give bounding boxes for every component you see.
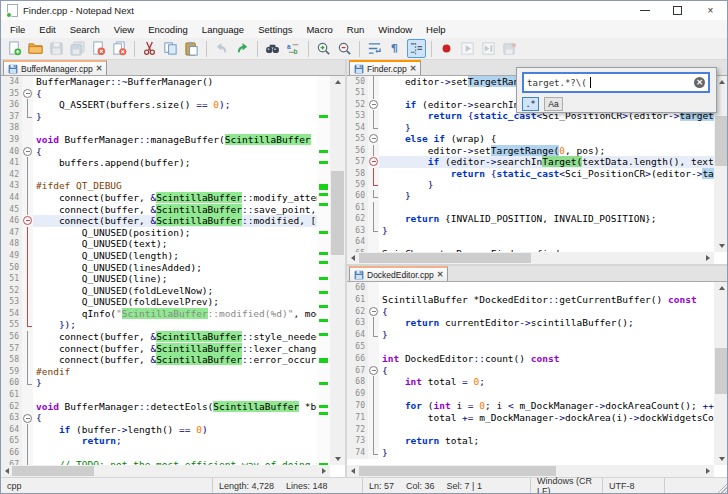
- code-line-52[interactable]: 52 Q_UNUSED(foldLevelNow);: [1, 285, 317, 297]
- code-editor-dockededitor[interactable]: 6061ScintillaBuffer *DockedEditor::getCu…: [347, 282, 714, 465]
- fold-margin[interactable]: [368, 156, 379, 167]
- fold-margin[interactable]: [22, 319, 33, 331]
- code-line-37[interactable]: 37}: [1, 111, 317, 123]
- macro-record-button[interactable]: [437, 39, 456, 58]
- horizontal-scrollbar-left[interactable]: [1, 465, 330, 477]
- show-all-characters-button[interactable]: ¶: [386, 39, 405, 58]
- status-language[interactable]: cpp: [1, 478, 213, 493]
- fold-margin[interactable]: [368, 294, 379, 306]
- fold-margin[interactable]: [368, 365, 379, 377]
- fold-margin[interactable]: [22, 250, 33, 262]
- tab-close-icon[interactable]: ✕: [437, 271, 444, 279]
- match-case-toggle-button[interactable]: Aa: [544, 97, 563, 111]
- fold-margin[interactable]: [368, 435, 379, 447]
- fold-margin[interactable]: [22, 169, 33, 181]
- fold-margin[interactable]: [368, 412, 379, 424]
- code-line-57[interactable]: 57 connect(buffer, &ScintillaBuffer::lex…: [1, 343, 317, 355]
- code-line-58[interactable]: 58 return {static_cast<Sci_PositionCR>(e…: [347, 168, 714, 179]
- code-line-47[interactable]: 47 Q_UNUSED(position);: [1, 227, 317, 239]
- code-line-59[interactable]: 59#endif: [1, 366, 317, 378]
- code-line-61[interactable]: 61ScintillaBuffer *DockedEditor::getCurr…: [347, 294, 714, 306]
- fold-margin[interactable]: [368, 213, 379, 224]
- copy-button[interactable]: [161, 39, 180, 58]
- code-line-50[interactable]: 50 Q_UNUSED(linesAdded);: [1, 262, 317, 274]
- code-line-68[interactable]: 68 int total = 0;: [347, 376, 714, 388]
- fold-margin[interactable]: [368, 168, 379, 179]
- fold-margin[interactable]: [368, 145, 379, 156]
- code-line-74[interactable]: 74}: [347, 447, 714, 459]
- clear-search-icon[interactable]: ✕: [694, 77, 705, 88]
- menu-item-settings[interactable]: Settings: [251, 22, 299, 37]
- fold-margin[interactable]: [22, 424, 33, 436]
- fold-margin[interactable]: [22, 262, 33, 274]
- code-line-65[interactable]: 65: [347, 341, 714, 353]
- fold-margin[interactable]: [22, 238, 33, 250]
- fold-margin[interactable]: [22, 204, 33, 216]
- code-line-65[interactable]: 65 return;: [1, 435, 317, 447]
- vertical-scrollbar-docked[interactable]: [714, 282, 728, 465]
- code-line-69[interactable]: 69: [347, 388, 714, 400]
- fold-margin[interactable]: [22, 377, 33, 389]
- menu-item-encoding[interactable]: Encoding: [141, 22, 195, 37]
- resize-grip[interactable]: [715, 481, 727, 493]
- fold-margin[interactable]: [22, 180, 33, 192]
- menu-item-window[interactable]: Window: [371, 22, 419, 37]
- fold-margin[interactable]: [22, 296, 33, 308]
- code-line-63[interactable]: 63}: [347, 225, 714, 236]
- find-button[interactable]: [263, 39, 282, 58]
- fold-margin[interactable]: [22, 435, 33, 447]
- zoom-out-button[interactable]: [335, 39, 354, 58]
- code-line-60[interactable]: 60: [347, 282, 714, 294]
- tab-finder[interactable]: Finder.cpp ✕: [349, 60, 421, 75]
- code-line-60[interactable]: 60 }: [347, 190, 714, 201]
- minimize-button[interactable]: [628, 1, 661, 20]
- fold-margin[interactable]: [368, 202, 379, 213]
- fold-margin[interactable]: [22, 366, 33, 378]
- fold-margin[interactable]: [368, 110, 379, 121]
- fold-margin[interactable]: [368, 317, 379, 329]
- replace-button[interactable]: ab: [284, 39, 303, 58]
- fold-margin[interactable]: [368, 122, 379, 133]
- fold-margin[interactable]: [368, 341, 379, 353]
- cut-button[interactable]: [140, 39, 159, 58]
- fold-margin[interactable]: [368, 400, 379, 412]
- code-line-63[interactable]: 63 return currentEditor->scintillaBuffer…: [347, 317, 714, 329]
- fold-margin[interactable]: [22, 308, 33, 320]
- code-line-48[interactable]: 48 Q_UNUSED(text);: [1, 238, 317, 250]
- code-line-40[interactable]: 40{: [1, 146, 317, 158]
- menu-item-search[interactable]: Search: [63, 22, 107, 37]
- code-line-62[interactable]: 62void BufferManager::detectEols(Scintil…: [1, 401, 317, 413]
- macro-run-multiple-button[interactable]: [479, 39, 498, 58]
- menu-item-file[interactable]: File: [3, 22, 32, 37]
- code-line-53[interactable]: 53 Q_UNUSED(foldLevelPrev);: [1, 296, 317, 308]
- code-line-41[interactable]: 41 buffers.append(buffer);: [1, 157, 317, 169]
- macro-save-button[interactable]: [500, 39, 519, 58]
- tab-close-icon[interactable]: ✕: [410, 65, 417, 73]
- fold-margin[interactable]: [368, 282, 379, 294]
- code-line-70[interactable]: 70 for (int i = 0; i < m_DockManager->do…: [347, 400, 714, 412]
- code-line-55[interactable]: 55 else if (wrap) {: [347, 133, 714, 144]
- fold-margin[interactable]: [22, 227, 33, 239]
- close-all-button[interactable]: [110, 39, 129, 58]
- fold-margin[interactable]: [22, 134, 33, 146]
- save-all-button[interactable]: [68, 39, 87, 58]
- fold-margin[interactable]: [22, 146, 33, 158]
- fold-margin[interactable]: [368, 236, 379, 247]
- fold-margin[interactable]: [22, 285, 33, 297]
- new-file-button[interactable]: [5, 39, 24, 58]
- fold-margin[interactable]: [368, 99, 379, 110]
- fold-margin[interactable]: [368, 225, 379, 236]
- code-line-57[interactable]: 57 if (editor->searchInTarget(textData.l…: [347, 156, 714, 167]
- code-line-60[interactable]: 60}: [1, 377, 317, 389]
- fold-margin[interactable]: [368, 87, 379, 98]
- fold-margin[interactable]: [22, 412, 33, 424]
- tab-close-icon[interactable]: ✕: [96, 65, 103, 73]
- close-button[interactable]: ×: [694, 1, 727, 20]
- menu-item-macro[interactable]: Macro: [299, 22, 339, 37]
- code-editor-buffermanager[interactable]: 34BufferManager::~BufferManager()35{36 Q…: [1, 76, 317, 465]
- fold-margin[interactable]: [22, 122, 33, 134]
- code-line-56[interactable]: 56 connect(buffer, &ScintillaBuffer::sty…: [1, 331, 317, 343]
- fold-margin[interactable]: [22, 76, 33, 88]
- undo-button[interactable]: [212, 39, 231, 58]
- horizontal-scrollbar-docked[interactable]: [347, 465, 714, 477]
